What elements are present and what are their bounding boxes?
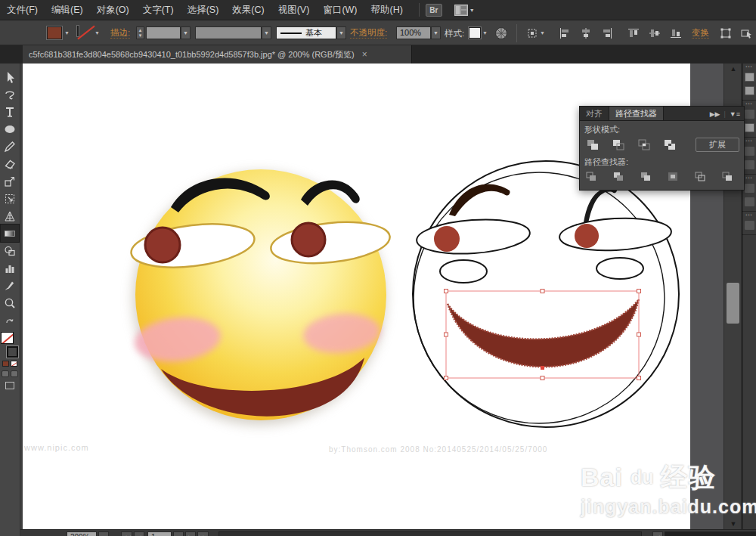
expand-button[interactable]: 扩展 (696, 138, 739, 152)
menu-file[interactable]: 文件(F) (0, 0, 45, 20)
gradient-tool[interactable] (1, 225, 19, 242)
dock-group[interactable]: ••• (742, 64, 756, 101)
prev-artboard-icon[interactable]: ◀ (134, 531, 144, 536)
menu-object[interactable]: 对象(O) (90, 0, 136, 20)
outline-icon[interactable] (693, 170, 707, 183)
opacity-label[interactable]: 不透明度: (350, 28, 387, 39)
merge-icon[interactable] (639, 170, 652, 183)
menu-edit[interactable]: 编辑(E) (45, 0, 90, 20)
unite-icon[interactable] (584, 138, 601, 152)
collapse-panel-icon[interactable]: ▶▶ (710, 110, 720, 118)
dock-group[interactable]: ••• (742, 212, 756, 235)
trim-icon[interactable] (612, 170, 625, 183)
menu-select[interactable]: 选择(S) (181, 0, 226, 20)
draw-behind-button[interactable] (11, 370, 18, 377)
menu-view[interactable]: 视图(V) (271, 0, 317, 20)
brush-definition-field[interactable] (195, 26, 262, 39)
blend-tool[interactable] (1, 242, 19, 259)
zoom-level-field[interactable]: 200% (67, 531, 97, 536)
color-button[interactable] (2, 361, 9, 367)
close-tab-icon[interactable]: × (362, 49, 367, 60)
tab-pathfinder[interactable]: 路径查找器 (609, 106, 664, 120)
bounding-box-icon[interactable] (718, 26, 733, 40)
align-right-icon[interactable] (600, 26, 615, 40)
isolate-selection-icon[interactable] (739, 26, 754, 40)
style-dropdown-icon[interactable]: ▼ (482, 30, 491, 37)
stroke-style-field[interactable]: 基本 (276, 26, 336, 39)
scroll-down-icon[interactable]: ▼ (724, 519, 742, 529)
align-center-icon[interactable] (578, 26, 593, 40)
tools-panel (0, 64, 20, 536)
pencil-tool[interactable] (1, 138, 19, 155)
last-artboard-icon[interactable]: ▶▶ (197, 531, 209, 536)
stroke-weight-field[interactable] (146, 26, 181, 39)
scroll-up-icon[interactable]: ▲ (724, 64, 742, 74)
align-bottom-icon[interactable] (668, 26, 683, 40)
zoom-dropdown[interactable]: ▼ (98, 531, 109, 536)
fill-box-none[interactable] (1, 332, 14, 344)
align-left-icon[interactable] (557, 26, 572, 40)
draw-normal-button[interactable] (2, 370, 9, 377)
align-to-selection-icon[interactable] (525, 26, 540, 40)
align-middle-icon[interactable] (647, 26, 662, 40)
stroke-style-dropdown[interactable]: ▼ (336, 26, 346, 39)
minus-back-icon[interactable] (720, 170, 734, 183)
intersect-icon[interactable] (636, 138, 652, 152)
column-graph-tool[interactable] (1, 259, 19, 277)
workspace-icon (454, 5, 468, 16)
document-tab[interactable]: c5fc681b381fe3d804e5868cb9430410_t01bb59… (23, 45, 412, 64)
tab-align[interactable]: 对齐 (580, 107, 609, 120)
style-swatch[interactable] (469, 27, 481, 39)
lasso-tool[interactable] (1, 85, 19, 103)
selection-tool[interactable] (1, 68, 19, 85)
crop-icon[interactable] (666, 170, 680, 183)
scale-tool[interactable] (1, 172, 19, 190)
opacity-field[interactable]: 100% (396, 26, 431, 39)
workspace-switcher[interactable]: ▼ (454, 5, 475, 16)
menu-effect[interactable]: 效果(C) (225, 0, 271, 20)
panel-menu-icon[interactable]: ▼≡ (730, 110, 740, 118)
menu-help[interactable]: 帮助(H) (364, 0, 410, 20)
minus-front-icon[interactable] (610, 138, 627, 152)
transform-label[interactable]: 变换 (692, 28, 709, 39)
divide-icon[interactable] (584, 170, 598, 183)
stroke-color-swatch[interactable] (77, 26, 79, 36)
stroke-box[interactable] (7, 346, 18, 358)
hscroll-left-icon[interactable]: ◀ (652, 531, 663, 536)
screen-mode-button[interactable] (5, 382, 14, 389)
ellipse-tool[interactable] (1, 120, 19, 138)
recolor-artwork-icon[interactable] (494, 26, 509, 40)
brush-definition-dropdown[interactable]: ▼ (262, 26, 271, 39)
scrollbar-thumb[interactable] (727, 283, 739, 324)
type-tool[interactable] (1, 103, 19, 120)
horizontal-scrollbar[interactable] (665, 531, 756, 536)
bridge-button[interactable]: Br (426, 4, 442, 17)
filled-smiley[interactable] (129, 169, 392, 425)
stroke-weight-dropdown[interactable]: ▼ (181, 26, 191, 39)
artboard-dropdown[interactable]: ▼ (173, 531, 184, 536)
shape-modes-label: 形状模式: (584, 124, 739, 135)
brush-tool[interactable] (1, 277, 19, 294)
first-artboard-icon[interactable]: ◀◀ (121, 531, 132, 536)
align-to-dropdown-icon[interactable]: ▼ (540, 30, 548, 37)
free-transform-tool[interactable] (1, 190, 19, 207)
fill-color-swatch[interactable] (47, 26, 62, 39)
fill-dropdown-icon[interactable]: ▼ (64, 30, 73, 37)
next-artboard-icon[interactable]: ▶ (185, 531, 196, 536)
artboard-number-field[interactable]: 1 (147, 531, 172, 536)
anchor-point[interactable] (541, 366, 544, 370)
swap-fill-stroke-icon[interactable] (1, 311, 19, 329)
perspective-grid-tool[interactable] (1, 207, 19, 225)
stroke-weight-label[interactable]: 描边: (110, 28, 130, 39)
align-top-icon[interactable] (626, 26, 641, 40)
opacity-dropdown[interactable]: ▼ (431, 26, 441, 39)
exclude-icon[interactable] (662, 138, 678, 152)
none-button[interactable] (11, 361, 17, 367)
zoom-tool[interactable] (1, 294, 19, 311)
fill-stroke-indicator[interactable] (1, 332, 19, 358)
menu-window[interactable]: 窗口(W) (316, 0, 364, 20)
eraser-tool[interactable] (1, 155, 19, 172)
menu-type[interactable]: 文字(T) (136, 0, 181, 20)
stroke-dropdown-icon[interactable]: ▼ (94, 30, 103, 37)
stroke-weight-stepper[interactable]: ▲▼ (136, 26, 144, 39)
